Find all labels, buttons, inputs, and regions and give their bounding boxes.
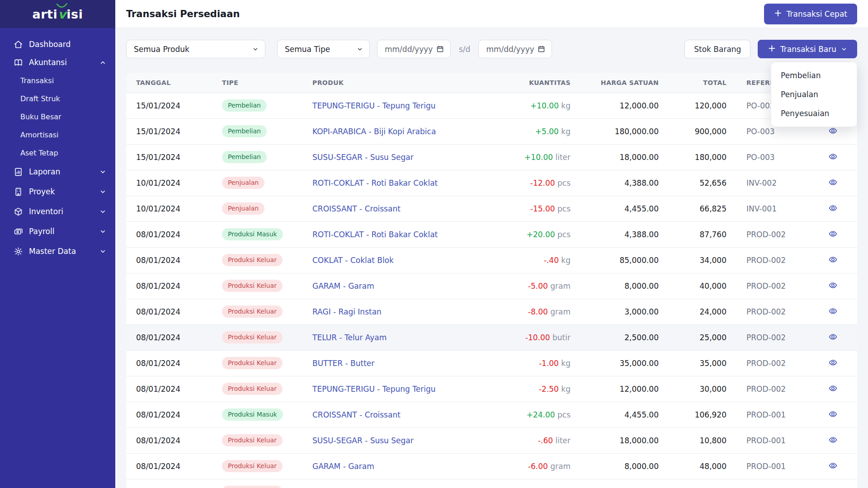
sidebar-subitem-draft-struk[interactable]: Draft Struk: [0, 89, 115, 108]
table-row[interactable]: 08/01/2024 Produksi Keluar COKLAT - Cokl…: [126, 247, 857, 273]
chevron-down-icon: [99, 228, 106, 235]
date-from-input[interactable]: mm/dd/yyyy: [377, 40, 451, 58]
qty-value: -8.00: [528, 307, 548, 316]
product-link[interactable]: CROISSANT - Croissant: [312, 410, 401, 419]
cell-product: TEPUNG-TERIGU - Tepung Terigu: [302, 376, 492, 402]
sidebar-subitem-amortisasi[interactable]: Amortisasi: [0, 126, 115, 144]
view-button[interactable]: [828, 229, 838, 239]
sidebar-item-laporan[interactable]: Laporan: [0, 162, 115, 182]
view-button[interactable]: [828, 357, 838, 368]
cell-date: 08/01/2024: [126, 427, 212, 453]
view-button[interactable]: [828, 126, 838, 136]
table-row[interactable]: 08/01/2024 Produksi Masuk ROTI-COKLAT - …: [126, 221, 857, 247]
view-button[interactable]: [828, 383, 838, 394]
cell-actions: [809, 221, 857, 247]
view-button[interactable]: [828, 435, 838, 445]
sidebar-subitem-transaksi[interactable]: Transaksi: [0, 71, 115, 89]
product-link[interactable]: ROTI-COKLAT - Roti Bakar Coklat: [312, 230, 438, 239]
view-button[interactable]: [828, 203, 838, 213]
table-row[interactable]: 08/01/2024 Produksi Keluar TELUR - Telur…: [126, 324, 857, 350]
view-button[interactable]: [828, 177, 838, 188]
cell-type: Produksi Keluar: [212, 479, 302, 488]
table-row[interactable]: 08/01/2024 Produksi Keluar TEPUNG-TERIGU…: [126, 376, 857, 402]
product-link[interactable]: ROTI-COKLAT - Roti Bakar Coklat: [312, 178, 438, 188]
product-link[interactable]: SUSU-SEGAR - Susu Segar: [312, 436, 414, 445]
table-row[interactable]: 08/01/2024 Produksi Keluar SUSU-SEGAR - …: [126, 427, 857, 453]
product-link[interactable]: TELUR - Telur Ayam: [312, 333, 387, 342]
view-button[interactable]: [828, 486, 838, 488]
product-link[interactable]: GARAM - Garam: [312, 282, 374, 291]
view-button[interactable]: [828, 332, 838, 342]
type-badge: Penjualan: [222, 177, 264, 189]
transactions-table: TANGGAL TIPE PRODUK KUANTITAS HARGA SATU…: [126, 73, 857, 488]
sidebar-subitem-buku-besar[interactable]: Buku Besar: [0, 108, 115, 126]
cell-product: KOPI-ARABICA - Biji Kopi Arabica: [302, 118, 492, 144]
chevron-up-icon: [99, 59, 106, 66]
table-row[interactable]: 08/01/2024 Produksi Keluar GARAM - Garam…: [126, 453, 857, 479]
view-button[interactable]: [828, 460, 838, 471]
sidebar-subitem-aset-tetap[interactable]: Aset Tetap: [0, 144, 115, 162]
type-badge: Produksi Keluar: [222, 280, 283, 292]
product-link[interactable]: GARAM - Garam: [312, 462, 374, 471]
table-row[interactable]: 15/01/2024 Pembelian KOPI-ARABICA - Biji…: [126, 118, 857, 144]
view-button[interactable]: [828, 306, 838, 316]
cell-type: Pembelian: [212, 144, 302, 170]
product-link[interactable]: TEPUNG-TERIGU - Tepung Terigu: [312, 101, 436, 110]
type-badge: Produksi Keluar: [222, 434, 283, 446]
table-row[interactable]: 10/01/2024 Penjualan CROISSANT - Croissa…: [126, 196, 857, 221]
view-button[interactable]: [828, 151, 838, 162]
product-link[interactable]: RAGI - Ragi Instan: [312, 307, 382, 316]
cell-unit-price: 12,000.00: [580, 93, 669, 118]
cell-date: 08/01/2024: [126, 453, 212, 479]
cell-ref: PROD-001: [736, 427, 809, 453]
table-row[interactable]: 10/01/2024 Penjualan ROTI-COKLAT - Roti …: [126, 170, 857, 196]
cell-quantity: -10.00 gram: [492, 479, 580, 488]
product-link[interactable]: SUSU-SEGAR - Susu Segar: [312, 153, 414, 162]
view-button[interactable]: [828, 254, 838, 265]
product-link[interactable]: KOPI-ARABICA - Biji Kopi Arabica: [312, 127, 436, 136]
sidebar-item-inventori[interactable]: Inventori: [0, 202, 115, 221]
table-row[interactable]: 15/01/2024 Pembelian SUSU-SEGAR - Susu S…: [126, 144, 857, 170]
product-link[interactable]: CROISSANT - Croissant: [312, 204, 401, 213]
quick-transaction-button[interactable]: + Transaksi Cepat: [764, 4, 857, 24]
sidebar-item-master-data[interactable]: Master Data: [0, 241, 115, 261]
table-row[interactable]: 15/01/2024 Pembelian TEPUNG-TERIGU - Tep…: [126, 93, 857, 118]
sidebar-item-dashboard[interactable]: Dashboard: [0, 35, 115, 53]
view-button[interactable]: [828, 280, 838, 291]
date-to-input[interactable]: mm/dd/yyyy: [478, 40, 552, 58]
qty-unit: gram: [548, 307, 571, 316]
dropdown-item-pembelian[interactable]: Pembelian: [771, 66, 857, 85]
qty-unit: kg: [559, 385, 571, 394]
table-row[interactable]: 08/01/2024 Produksi Keluar BUTTER - Butt…: [126, 350, 857, 376]
logo-accent-v: v: [58, 7, 66, 21]
cell-product: CROISSANT - Croissant: [302, 196, 492, 221]
cell-type: Produksi Keluar: [212, 376, 302, 402]
new-transaction-button[interactable]: + Transaksi Baru: [758, 40, 857, 58]
cell-type: Penjualan: [212, 196, 302, 221]
type-filter-select[interactable]: Semua Tipe: [277, 40, 370, 58]
sidebar-item-akuntansi[interactable]: Akuntansi: [0, 53, 115, 71]
table-row[interactable]: 08/01/2024 Produksi Keluar RAGI - Ragi I…: [126, 479, 857, 488]
sidebar-item-payroll[interactable]: Payroll: [0, 221, 115, 241]
table-row[interactable]: 08/01/2024 Produksi Masuk CROISSANT - Cr…: [126, 402, 857, 427]
sidebar-item-proyek[interactable]: Proyek: [0, 182, 115, 202]
table-row[interactable]: 08/01/2024 Produksi Keluar RAGI - Ragi I…: [126, 299, 857, 324]
product-link[interactable]: COKLAT - Coklat Blok: [312, 256, 394, 265]
view-button[interactable]: [828, 409, 838, 419]
table-row[interactable]: 08/01/2024 Produksi Keluar GARAM - Garam…: [126, 273, 857, 299]
type-badge: Produksi Masuk: [222, 228, 283, 240]
qty-unit: kg: [559, 127, 571, 136]
cell-total: 40,000: [669, 273, 736, 299]
plus-icon: +: [774, 9, 782, 18]
cell-unit-price: 18,000.00: [580, 427, 669, 453]
cell-unit-price: 85,000.00: [580, 247, 669, 273]
product-filter-select[interactable]: Semua Produk: [126, 40, 265, 58]
cell-ref: PROD-002: [736, 247, 809, 273]
product-link[interactable]: BUTTER - Butter: [312, 359, 374, 368]
cell-total: 180,000: [669, 144, 736, 170]
dropdown-item-penjualan[interactable]: Penjualan: [771, 85, 857, 104]
dropdown-item-penyesuaian[interactable]: Penyesuaian: [771, 104, 857, 123]
cell-product: ROTI-COKLAT - Roti Bakar Coklat: [302, 170, 492, 196]
stock-button[interactable]: Stok Barang: [684, 40, 750, 58]
product-link[interactable]: TEPUNG-TERIGU - Tepung Terigu: [312, 385, 436, 394]
